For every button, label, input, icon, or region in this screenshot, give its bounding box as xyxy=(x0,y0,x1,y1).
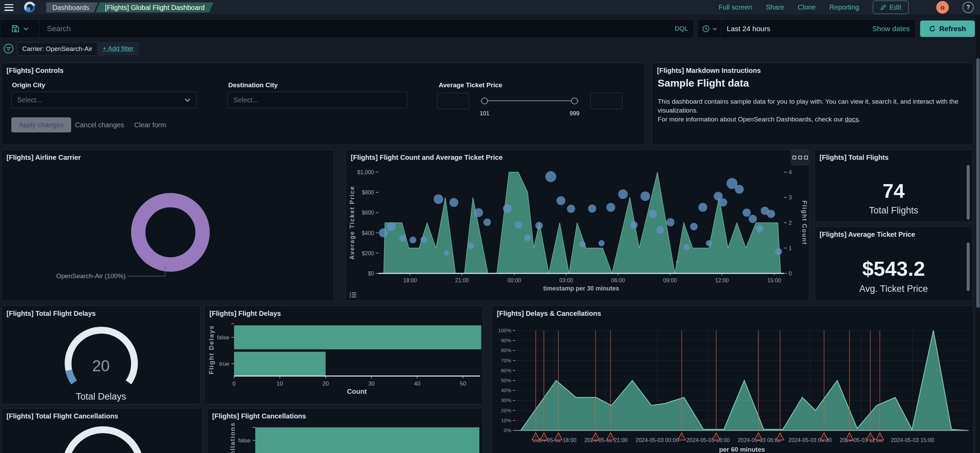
svg-text:Flight Delays: Flight Delays xyxy=(208,325,215,374)
price-max-input[interactable] xyxy=(590,93,622,109)
svg-text:18:00: 18:00 xyxy=(403,278,417,283)
menu-icon[interactable] xyxy=(5,4,13,11)
svg-text:70%: 70% xyxy=(501,358,511,363)
nav-divider xyxy=(18,2,19,13)
filter-pill-carrier[interactable]: Carrier: OpenSearch-Air × xyxy=(17,42,106,56)
svg-text:4: 4 xyxy=(789,169,792,175)
svg-text:00:00: 00:00 xyxy=(508,278,521,283)
markdown-line1: This dashboard contains sample data for … xyxy=(658,97,966,115)
svg-text:20%: 20% xyxy=(501,407,511,413)
panel-scrollbar[interactable] xyxy=(967,165,970,220)
page-scrollbar-thumb[interactable] xyxy=(976,58,980,308)
panel-markdown: [Flights] Markdown Instructions Sample F… xyxy=(652,63,974,145)
top-navbar: Dashboards [Flights] Global Flight Dashb… xyxy=(0,0,980,15)
svg-text:!: ! xyxy=(780,435,781,440)
price-min-input[interactable] xyxy=(437,93,469,109)
svg-text:!: ! xyxy=(681,435,682,440)
clear-form-button[interactable]: Clear form xyxy=(134,118,166,132)
svg-text:$600: $600 xyxy=(362,210,374,216)
edit-button[interactable]: Edit xyxy=(873,1,908,14)
svg-text:15:00: 15:00 xyxy=(767,278,781,283)
share-link[interactable]: Share xyxy=(766,3,784,11)
query-bar: Search DQL Last 24 hours Show dates Refr… xyxy=(0,19,980,38)
quick-time-button[interactable] xyxy=(698,20,721,38)
clone-link[interactable]: Clone xyxy=(798,3,816,11)
delays-cancellations-chart[interactable]: 0%10%20%30%40%50%60%70%80%90%100%2024-05… xyxy=(492,306,974,453)
svg-text:40: 40 xyxy=(414,380,420,387)
panel-airline-carrier: [Flights] Airline Carrier OpenSearch-Air… xyxy=(2,149,334,301)
svg-text:30%: 30% xyxy=(501,397,511,403)
svg-text:$800: $800 xyxy=(362,189,374,196)
price-slider-max-handle[interactable] xyxy=(571,97,578,104)
svg-text:timestamp per 30 minutes: timestamp per 30 minutes xyxy=(543,285,619,292)
reporting-link[interactable]: Reporting xyxy=(829,3,859,11)
panel-avg-ticket-price: [Flights] Average Ticket Price $543.2 Av… xyxy=(815,227,973,301)
svg-text:!: ! xyxy=(870,435,871,440)
flight-count-chart[interactable]: $0$200$400$600$800$1,0000123418:0021:000… xyxy=(346,150,810,302)
fullscreen-link[interactable]: Full screen xyxy=(719,3,752,11)
svg-text:$200: $200 xyxy=(362,250,374,256)
total-delays-gauge[interactable] xyxy=(2,306,201,405)
panel-title: [Flights] Average Ticket Price xyxy=(819,230,915,238)
svg-text:!: ! xyxy=(535,435,536,440)
help-icon[interactable]: ? xyxy=(963,2,974,13)
time-range-value[interactable]: Last 24 hours xyxy=(721,25,770,33)
panel-title: [Flights] Markdown Instructions xyxy=(657,67,760,75)
filter-bar: Carrier: OpenSearch-Air × + Add filter xyxy=(0,39,980,58)
flight-cancellations-chart[interactable]: falseFlight Cancellations xyxy=(207,408,484,453)
svg-text:!: ! xyxy=(824,435,825,440)
panel-scrollbar[interactable] xyxy=(967,243,970,291)
avg-ticket-price-value: $543.2 xyxy=(815,257,972,281)
svg-text:2024-05-03 00:00: 2024-05-03 00:00 xyxy=(636,437,679,443)
legend-toggle-icon[interactable] xyxy=(349,292,357,298)
price-slider-min-handle[interactable] xyxy=(481,97,488,104)
svg-text:!: ! xyxy=(880,435,880,440)
cancel-changes-button[interactable]: Cancel changes xyxy=(75,118,124,132)
destination-city-select[interactable]: Select... xyxy=(228,92,407,108)
svg-text:10%: 10% xyxy=(501,417,511,423)
svg-text:2024-05-03 15:00: 2024-05-03 15:00 xyxy=(891,437,934,443)
flight-delays-chart[interactable]: 01020304050falsetrueCountFlight Delays xyxy=(205,306,484,405)
filter-icon[interactable] xyxy=(3,43,14,54)
pencil-icon xyxy=(880,4,886,11)
total-cancellations-gauge[interactable] xyxy=(2,408,203,453)
saved-query-button[interactable] xyxy=(0,20,39,38)
nav-divider xyxy=(41,2,41,13)
opensearch-logo-icon[interactable] xyxy=(24,2,36,13)
refresh-button-label: Refresh xyxy=(939,25,966,33)
panel-flight-count-price: $0$200$400$600$800$1,0000123418:0021:000… xyxy=(345,149,809,301)
avg-ticket-price-label: Avg. Ticket Price xyxy=(815,284,972,294)
search-input[interactable]: Search DQL xyxy=(0,19,694,38)
svg-text:Average Ticket Price: Average Ticket Price xyxy=(349,186,356,260)
chevron-down-icon xyxy=(23,27,29,30)
svg-text:$400: $400 xyxy=(362,230,374,236)
svg-text:false: false xyxy=(217,334,229,341)
save-icon xyxy=(11,24,20,33)
svg-text:0%: 0% xyxy=(504,428,511,433)
svg-text:80%: 80% xyxy=(501,347,511,353)
svg-text:!: ! xyxy=(758,435,759,440)
refresh-button[interactable]: Refresh xyxy=(920,21,975,37)
markdown-body: This dashboard contains sample data for … xyxy=(658,97,966,124)
svg-text:1: 1 xyxy=(789,245,792,251)
docs-link[interactable]: docs xyxy=(845,116,859,123)
svg-text:3: 3 xyxy=(789,195,792,200)
svg-text:2024-05-02 21:00: 2024-05-02 21:00 xyxy=(584,437,628,443)
origin-city-select[interactable]: Select... xyxy=(11,92,196,108)
price-max-value: 999 xyxy=(570,110,579,117)
avg-ticket-price-label: Average Ticket Price xyxy=(439,81,502,89)
price-slider-track[interactable] xyxy=(481,100,579,101)
panel-total-flight-delays: [Flights] Total Flight Delays 20 Total D… xyxy=(2,305,200,404)
add-filter-button[interactable]: + Add filter xyxy=(97,42,139,55)
apply-changes-button[interactable]: Apply changes xyxy=(11,118,71,132)
breadcrumb-dashboards[interactable]: Dashboards xyxy=(46,2,98,13)
svg-text:100%: 100% xyxy=(498,327,511,333)
avatar[interactable]: o xyxy=(936,1,949,14)
svg-text:03:00: 03:00 xyxy=(560,278,573,283)
panel-options-icon[interactable] xyxy=(791,150,809,165)
breadcrumb-current-dashboard[interactable]: [Flights] Global Flight Dashboard xyxy=(95,2,213,13)
svg-text:20: 20 xyxy=(322,380,329,387)
svg-text:21:00: 21:00 xyxy=(455,278,469,283)
query-language-button[interactable]: DQL xyxy=(675,25,688,32)
show-dates-button[interactable]: Show dates xyxy=(872,25,910,33)
